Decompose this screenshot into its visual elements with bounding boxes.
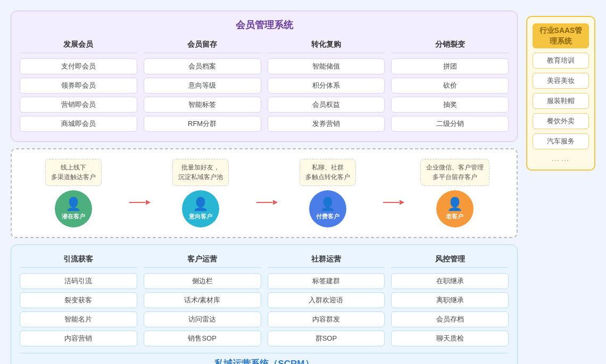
member-item: 营销即会员	[20, 97, 137, 113]
member-item: 领券即会员	[20, 78, 137, 94]
flow-arrow-1	[256, 183, 272, 203]
scrm-item: 销售SOP	[144, 331, 261, 346]
member-item: RFM分群	[144, 116, 261, 132]
flow-icon-2: 👤	[320, 197, 336, 211]
member-item: 商城即会员	[20, 116, 137, 132]
flow-label-2: 付费客户	[316, 213, 339, 221]
flow-circle-3: 👤 老客户	[436, 190, 474, 227]
flow-wrapper: 线上线下多渠道触达客户 👤 潜在客户 批量加好友，沉淀私域客户池 👤 意向客户	[11, 148, 518, 238]
member-col-title-3: 分销裂变	[391, 38, 509, 53]
flow-label-0: 潜在客户	[62, 213, 85, 221]
flow-desc-3: 企业微信、客户管理多平台留存客户	[420, 159, 489, 186]
scrm-item: 内容群发	[268, 311, 385, 327]
member-item: 会员档案	[144, 58, 261, 74]
member-item: 积分体系	[268, 78, 385, 94]
flow-icon-1: 👤	[193, 197, 209, 211]
scrm-item: 访问雷达	[144, 311, 261, 327]
scrm-col-2: 社群运营 标签建群 入群欢迎语 内容群发 群SOP	[268, 252, 385, 346]
flow-node-2: 私聊、社群多触点转化客户 👤 付费客户	[272, 159, 384, 227]
scrm-footer: 私域运营系统（SCRM）	[20, 353, 509, 364]
flow-arrow-0	[129, 183, 145, 203]
flow-node-0: 线上线下多渠道触达客户 👤 潜在客户	[18, 159, 129, 227]
scrm-item: 内容营销	[20, 331, 137, 346]
arrow-line-2	[383, 202, 399, 203]
scrm-item: 智能名片	[20, 311, 137, 327]
flow-icon-3: 👤	[447, 197, 463, 211]
saas-title: 行业SAAS管理系统	[533, 23, 589, 48]
scrm-item: 活码引流	[20, 273, 137, 289]
scrm-item: 离职继承	[391, 292, 509, 308]
member-grid: 发展会员 支付即会员 领券即会员 营销即会员 商城即会员 会员留存 会员档案 意…	[20, 38, 509, 132]
saas-item-0: 教育培训	[533, 53, 589, 69]
member-col-0: 发展会员 支付即会员 领券即会员 营销即会员 商城即会员	[20, 38, 137, 132]
member-item: 智能标签	[144, 97, 261, 113]
arrow-line-1	[256, 202, 272, 203]
scrm-item: 裂变获客	[20, 292, 137, 308]
member-col-title-1: 会员留存	[144, 38, 261, 53]
flow-circle-0: 👤 潜在客户	[55, 190, 92, 227]
member-col-title-2: 转化复购	[268, 38, 385, 53]
saas-item-2: 服装鞋帽	[533, 93, 589, 109]
scrm-item: 标签建群	[268, 273, 385, 289]
member-item: 意向等级	[144, 78, 261, 94]
flow-circle-1: 👤 意向客户	[182, 190, 219, 227]
arrow-line-0	[129, 202, 145, 203]
main-container: 会员管理系统 发展会员 支付即会员 领券即会员 营销即会员 商城即会员 会员留存…	[11, 11, 595, 364]
saas-item-4: 汽车服务	[533, 133, 589, 149]
scrm-col-title-3: 风控管理	[391, 252, 509, 268]
flow-desc-2: 私聊、社群多触点转化客户	[300, 159, 356, 186]
member-system-title: 会员管理系统	[20, 19, 509, 31]
member-system: 会员管理系统 发展会员 支付即会员 领券即会员 营销即会员 商城即会员 会员留存…	[11, 11, 518, 142]
saas-item-1: 美容美妆	[533, 73, 589, 89]
scrm-item: 会员存档	[391, 311, 509, 327]
member-col-3: 分销裂变 拼团 砍价 抽奖 二级分销	[391, 38, 509, 132]
scrm-col-title-1: 客户运营	[144, 252, 261, 268]
scrm-item: 聊天质检	[391, 331, 509, 346]
flow-label-1: 意向客户	[189, 213, 212, 221]
scrm-col-title-0: 引流获客	[20, 252, 137, 268]
member-item: 二级分销	[391, 116, 509, 132]
scrm-item: 话术/素材库	[144, 292, 261, 308]
member-col-2: 转化复购 智能储值 积分体系 会员权益 发券营销	[268, 38, 385, 132]
flow-section: 线上线下多渠道触达客户 👤 潜在客户 批量加好友，沉淀私域客户池 👤 意向客户	[18, 155, 510, 232]
member-col-1: 会员留存 会员档案 意向等级 智能标签 RFM分群	[144, 38, 261, 132]
flow-icon-0: 👤	[65, 197, 81, 211]
scrm-grid: 引流获客 活码引流 裂变获客 智能名片 内容营销 客户运营 侧边栏 话术/素材库…	[20, 252, 509, 346]
scrm-col-0: 引流获客 活码引流 裂变获客 智能名片 内容营销	[20, 252, 137, 346]
scrm-item: 在职继承	[391, 273, 509, 289]
scrm-col-1: 客户运营 侧边栏 话术/素材库 访问雷达 销售SOP	[144, 252, 261, 346]
member-item: 砍价	[391, 78, 509, 94]
member-col-title-0: 发展会员	[20, 38, 137, 53]
left-section: 会员管理系统 发展会员 支付即会员 领券即会员 营销即会员 商城即会员 会员留存…	[11, 11, 518, 364]
scrm-col-3: 风控管理 在职继承 离职继承 会员存档 聊天质检	[391, 252, 509, 346]
scrm-system: 引流获客 活码引流 裂变获客 智能名片 内容营销 客户运营 侧边栏 话术/素材库…	[11, 244, 518, 364]
saas-more: ……	[551, 154, 570, 163]
member-item: 发券营销	[268, 116, 385, 132]
member-item: 抽奖	[391, 97, 509, 113]
flow-desc-0: 线上线下多渠道触达客户	[45, 159, 102, 186]
flow-node-3: 企业微信、客户管理多平台留存客户 👤 老客户	[399, 159, 510, 227]
flow-arrow-2	[383, 183, 399, 203]
saas-panel: 行业SAAS管理系统 教育培训 美容美妆 服装鞋帽 餐饮外卖 汽车服务 ……	[526, 16, 595, 171]
scrm-item: 侧边栏	[144, 273, 261, 289]
scrm-item: 入群欢迎语	[268, 292, 385, 308]
member-item: 会员权益	[268, 97, 385, 113]
scrm-item: 群SOP	[268, 331, 385, 346]
scrm-col-title-2: 社群运营	[268, 252, 385, 268]
flow-desc-1: 批量加好友，沉淀私域客户池	[172, 159, 229, 186]
flow-label-3: 老客户	[446, 213, 463, 221]
member-item: 拼团	[391, 58, 509, 74]
flow-node-1: 批量加好友，沉淀私域客户池 👤 意向客户	[145, 159, 256, 227]
flow-circle-2: 👤 付费客户	[309, 190, 346, 227]
member-item: 智能储值	[268, 58, 385, 74]
saas-item-3: 餐饮外卖	[533, 113, 589, 129]
member-item: 支付即会员	[20, 58, 137, 74]
